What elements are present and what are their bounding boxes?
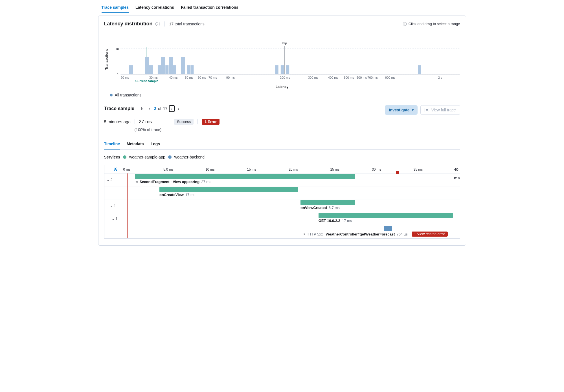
span-name: GET 10.0.2.2 [319, 219, 340, 223]
span-label: ⇥HTTP 5xxWeatherController#getWeatherFor… [302, 232, 448, 237]
ruler-tick: 30 ms [372, 165, 381, 174]
tab-logs[interactable]: Logs [151, 139, 160, 149]
tab-timeline[interactable]: Timeline [104, 139, 120, 149]
svg-text:40 ms: 40 ms [169, 76, 178, 79]
svg-text:1: 1 [117, 72, 119, 76]
svg-text:200 ms: 200 ms [280, 76, 290, 79]
pager-prev-button[interactable]: ‹ [147, 105, 152, 112]
svg-text:900 ms: 900 ms [385, 76, 395, 79]
ruler-tick: 25 ms [330, 165, 340, 174]
svg-rect-20 [275, 65, 278, 74]
span-bar[interactable] [300, 200, 355, 205]
tab-trace-samples[interactable]: Trace samples [102, 2, 129, 13]
exit-span-icon: ⇥ [302, 232, 305, 236]
span-bar[interactable] [319, 213, 453, 218]
span-duration: 17 ms [342, 219, 352, 223]
help-icon[interactable]: ? [155, 22, 160, 26]
chevron-right-icon: › [414, 232, 416, 236]
trace-sample-title: Trace sample [104, 106, 135, 111]
error-badge[interactable]: 1 Error [202, 119, 220, 125]
top-tabs: Trace samples Latency correlations Faile… [98, 2, 466, 13]
trace-duration: 27 ms [139, 119, 152, 125]
ruler-tick: 10 ms [205, 165, 215, 174]
row-gutter [104, 186, 127, 199]
service-name-1[interactable]: weather-backend [174, 155, 205, 159]
svg-text:10: 10 [115, 47, 119, 50]
span-name: WeatherController#getWeatherForecast [326, 232, 395, 236]
range-hint: i Click and drag to select a range [403, 22, 460, 26]
waterfall-row[interactable]: onCreateView17 ms [104, 186, 460, 199]
waterfall-row[interactable]: ⌄1GET 10.0.2.217 ms [104, 212, 460, 225]
svg-text:500 ms: 500 ms [344, 76, 354, 79]
waterfall-row[interactable]: ⌄1onViewCreated6.7 ms [104, 199, 460, 212]
span-label: onViewCreated6.7 ms [300, 206, 340, 210]
svg-rect-21 [280, 65, 284, 74]
services-legend: Services weather-sample-app weather-back… [104, 155, 460, 159]
error-vline [127, 173, 128, 238]
svg-rect-12 [157, 65, 161, 74]
tab-failed-transaction-correlations[interactable]: Failed transaction correlations [181, 2, 238, 13]
child-count: 1 [116, 217, 118, 221]
pager-of: of [158, 106, 161, 111]
latency-dist-title: Latency distribution [104, 21, 153, 27]
span-bar[interactable] [159, 187, 298, 192]
waterfall-row[interactable]: ⇥HTTP 5xxWeatherController#getWeatherFor… [104, 225, 460, 238]
main-panel: Latency distribution ? 17 total transact… [98, 16, 466, 246]
svg-rect-17 [181, 57, 185, 74]
span-status: HTTP 5xx [307, 232, 323, 236]
svg-rect-18 [187, 65, 190, 74]
pager-current: 2 [154, 106, 156, 111]
row-gutter[interactable]: ⌄1 [104, 212, 127, 225]
svg-rect-23 [418, 65, 421, 74]
view-full-trace-button[interactable]: View full trace [420, 105, 460, 115]
svg-rect-14 [165, 65, 168, 74]
svg-text:600 ms: 600 ms [356, 76, 367, 79]
svg-rect-15 [169, 57, 173, 74]
span-bar[interactable] [135, 174, 355, 179]
pager-total: 17 [163, 106, 168, 111]
chart-xlabel: Latency [104, 85, 460, 89]
svg-rect-11 [149, 65, 153, 74]
waterfall: 0 ms5.0 ms10 ms15 ms20 ms25 ms30 ms35 ms… [104, 165, 460, 239]
span-name: SecondFragment - View appearing [139, 180, 199, 184]
trace-percent: (100% of trace) [135, 127, 460, 132]
span-label: onCreateView17 ms [159, 193, 195, 197]
pager-last-button[interactable]: ›I [176, 105, 182, 112]
investigate-button[interactable]: Investigate ▾ [385, 105, 417, 115]
tab-metadata[interactable]: Metadata [127, 139, 144, 149]
row-gutter [104, 225, 127, 238]
span-label: GET 10.0.2.217 ms [319, 219, 352, 223]
ruler-tick: 15 ms [247, 165, 256, 174]
trace-age: 5 minutes ago [104, 119, 131, 124]
status-badge: Success [174, 119, 194, 125]
ruler-tick: 5.0 ms [163, 165, 174, 174]
collapse-all-icon[interactable] [113, 167, 118, 171]
legend-all-transactions[interactable]: All transactions [115, 93, 142, 97]
svg-text:2 s: 2 s [438, 76, 442, 79]
svg-rect-16 [173, 65, 176, 74]
svg-rect-22 [286, 65, 289, 74]
span-bar[interactable] [384, 226, 392, 231]
child-count: 2 [111, 178, 113, 182]
pager-first-button[interactable]: I‹ [139, 105, 145, 112]
row-gutter[interactable]: ⌄2 [104, 173, 127, 186]
span-name: onViewCreated [300, 206, 327, 210]
row-gutter[interactable]: ⌄1 [104, 199, 127, 212]
service-name-0[interactable]: weather-sample-app [129, 155, 165, 159]
service-dot-weather-backend [168, 155, 172, 159]
chart-ylabel: Transactions [104, 35, 109, 83]
svg-text:60 ms: 60 ms [197, 76, 206, 79]
span-duration: 27 ms [201, 180, 211, 184]
span-name: onCreateView [159, 193, 184, 197]
svg-text:90 ms: 90 ms [226, 76, 235, 79]
document-icon [425, 108, 429, 112]
view-related-error-button[interactable]: ›View related error [412, 232, 448, 237]
tab-latency-correlations[interactable]: Latency correlations [135, 2, 174, 13]
waterfall-row[interactable]: ⌄2⇥SecondFragment - View appearing27 ms [104, 173, 460, 186]
total-transactions: 17 total transactions [169, 22, 205, 26]
child-count: 1 [114, 204, 116, 208]
pager-next-button[interactable]: › [169, 105, 175, 112]
latency-histogram[interactable]: 1 10 Current sample 95p [109, 35, 460, 83]
legend-dot-all [110, 94, 113, 96]
svg-text:30 ms: 30 ms [149, 76, 158, 79]
